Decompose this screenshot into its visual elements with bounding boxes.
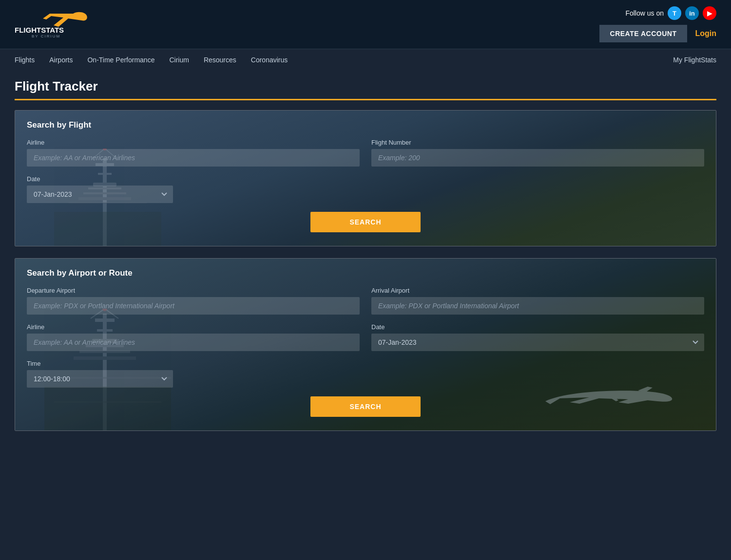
flight-number-group: Flight Number	[371, 139, 704, 167]
page-title: Flight Tracker	[15, 79, 716, 94]
route-time-select[interactable]: 00:00-06:00 06:00-12:00 12:00-18:00 18:0…	[27, 370, 173, 388]
departure-airport-input[interactable]	[27, 297, 360, 315]
flight-search-row2: Date 07-Jan-2023 06-Jan-2023 08-Jan-2023	[27, 175, 704, 203]
airline-label: Airline	[27, 139, 360, 146]
route-date-group: Date 07-Jan-2023 06-Jan-2023 08-Jan-2023	[371, 323, 704, 351]
youtube-icon[interactable]: ▶	[703, 6, 716, 20]
social-row: Follow us on T in ▶	[625, 6, 716, 20]
route-time-group: Time 00:00-06:00 06:00-12:00 12:00-18:00…	[27, 360, 173, 388]
route-date-label: Date	[371, 323, 704, 331]
nav-flights[interactable]: Flights	[15, 50, 35, 70]
flight-search-btn-row: SEARCH	[27, 212, 704, 232]
route-date-select[interactable]: 07-Jan-2023 06-Jan-2023 08-Jan-2023	[371, 334, 704, 351]
nav-coronavirus[interactable]: Coronavirus	[251, 50, 288, 70]
header: FLIGHTSTATS BY CIRIUM Follow us on T in …	[0, 0, 731, 49]
create-account-button[interactable]: CREATE ACCOUNT	[599, 25, 688, 42]
flight-number-input[interactable]	[371, 149, 704, 167]
flight-date-select[interactable]: 07-Jan-2023 06-Jan-2023 08-Jan-2023	[27, 186, 173, 203]
follow-us-label: Follow us on	[625, 9, 664, 17]
flight-search-row1: Airline Flight Number	[27, 139, 704, 167]
arrival-airport-group: Arrival Airport	[371, 287, 704, 315]
flight-date-group: Date 07-Jan-2023 06-Jan-2023 08-Jan-2023	[27, 175, 173, 203]
header-right: Follow us on T in ▶ CREATE ACCOUNT Login	[599, 6, 716, 42]
svg-text:BY CIRIUM: BY CIRIUM	[32, 34, 60, 38]
svg-text:FLIGHTSTATS: FLIGHTSTATS	[15, 26, 64, 34]
departure-airport-group: Departure Airport	[27, 287, 360, 315]
search-by-route-section: Search by Airport or Route Departure Air…	[15, 258, 716, 431]
airline-input[interactable]	[27, 149, 360, 167]
search-by-route-content: Search by Airport or Route Departure Air…	[15, 259, 716, 430]
nav-airports[interactable]: Airports	[49, 50, 73, 70]
route-search-btn-row: SEARCH	[27, 396, 704, 417]
arrival-airport-input[interactable]	[371, 297, 704, 315]
flight-number-label: Flight Number	[371, 139, 704, 146]
nav-left: Flights Airports On-Time Performance Cir…	[15, 50, 288, 70]
search-by-flight-content: Search by Flight Airline Flight Number D…	[15, 111, 716, 246]
route-search-row1: Departure Airport Arrival Airport	[27, 287, 704, 315]
airline-group: Airline	[27, 139, 360, 167]
main-content: Search by Flight Airline Flight Number D…	[0, 100, 731, 457]
route-airline-label: Airline	[27, 323, 360, 331]
route-search-row3: Time 00:00-06:00 06:00-12:00 12:00-18:00…	[27, 360, 704, 388]
nav-my-flightstats[interactable]: My FlightStats	[673, 56, 716, 64]
flight-search-button[interactable]: SEARCH	[310, 212, 420, 232]
arrival-airport-label: Arrival Airport	[371, 287, 704, 294]
search-by-flight-section: Search by Flight Airline Flight Number D…	[15, 110, 716, 246]
search-by-route-title: Search by Airport or Route	[27, 268, 704, 278]
route-airline-group: Airline	[27, 323, 360, 351]
header-buttons: CREATE ACCOUNT Login	[599, 25, 716, 42]
route-search-row2: Airline Date 07-Jan-2023 06-Jan-2023 08-…	[27, 323, 704, 351]
route-search-button[interactable]: SEARCH	[310, 396, 420, 417]
logo: FLIGHTSTATS BY CIRIUM	[15, 10, 93, 39]
page-title-area: Flight Tracker	[0, 70, 731, 100]
nav-cirium[interactable]: Cirium	[169, 50, 189, 70]
flight-date-label: Date	[27, 175, 173, 183]
search-by-flight-title: Search by Flight	[27, 120, 704, 130]
route-time-label: Time	[27, 360, 173, 367]
nav-resources[interactable]: Resources	[204, 50, 236, 70]
route-airline-input[interactable]	[27, 334, 360, 351]
departure-airport-label: Departure Airport	[27, 287, 360, 294]
linkedin-icon[interactable]: in	[685, 6, 699, 20]
nav-on-time-performance[interactable]: On-Time Performance	[87, 50, 154, 70]
login-link[interactable]: Login	[695, 29, 716, 38]
nav: Flights Airports On-Time Performance Cir…	[0, 49, 731, 70]
twitter-icon[interactable]: T	[668, 6, 681, 20]
